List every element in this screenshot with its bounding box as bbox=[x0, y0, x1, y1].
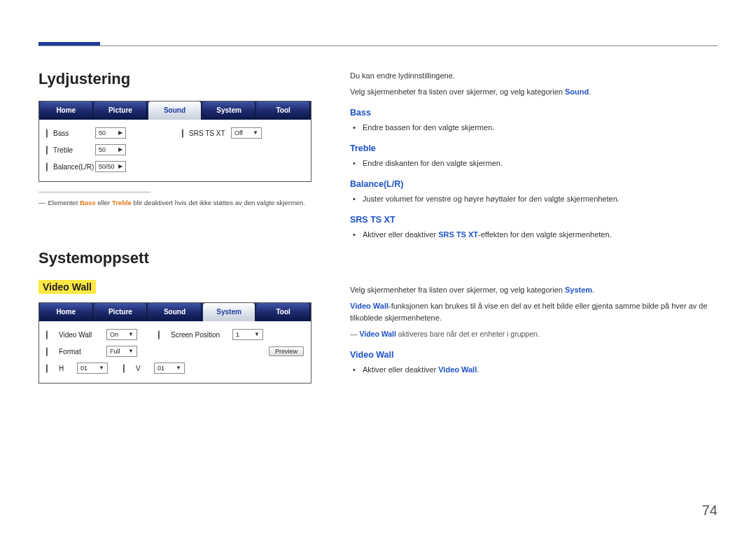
srs-row: ▎ SRS TS XT Off▼ bbox=[182, 125, 304, 141]
tab-system[interactable]: System bbox=[203, 303, 256, 321]
footnote-rule bbox=[38, 192, 150, 192]
bass-stepper[interactable]: 50▶ bbox=[95, 127, 126, 139]
footnote-treble: Treble bbox=[112, 199, 132, 206]
page-number: 74 bbox=[702, 503, 718, 519]
screenpos-dropdown[interactable]: 1▼ bbox=[232, 329, 263, 340]
chevron-down-icon: ▼ bbox=[128, 330, 134, 339]
system-settings-panel: Home Picture Sound System Tool ▎ Video W… bbox=[38, 302, 312, 384]
system-tabs: Home Picture Sound System Tool bbox=[39, 303, 311, 321]
row-pipe-icon: ▎ bbox=[46, 163, 52, 171]
videowall-row: ▎ Video Wall On▼ ▎ Screen Position 1▼ bbox=[46, 327, 304, 342]
v-value: 01 bbox=[158, 363, 164, 373]
h-dropdown[interactable]: 01▼ bbox=[77, 363, 108, 374]
left-column: Lydjustering Home Picture Sound System T… bbox=[38, 70, 312, 393]
sound-settings-panel: Home Picture Sound System Tool ▎ Bass 50… bbox=[38, 101, 312, 182]
treble-heading: Treble bbox=[350, 143, 718, 153]
treble-row: ▎ Treble 50▶ bbox=[46, 142, 168, 157]
system-body: ▎ Video Wall On▼ ▎ Screen Position 1▼ ▎ … bbox=[39, 321, 311, 383]
system-section-title: Systemoppsett bbox=[38, 249, 312, 267]
treble-item: Endre diskanten for den valgte skjermen. bbox=[363, 157, 718, 169]
treble-value: 50 bbox=[99, 145, 106, 155]
bass-list: Endre bassen for den valgte skjermen. bbox=[350, 122, 718, 134]
tab-system[interactable]: System bbox=[203, 101, 256, 120]
videowall-keyword: Video Wall bbox=[359, 330, 396, 338]
videowall-sub-heading: Video Wall bbox=[350, 350, 718, 360]
system-intro: Velg skjermenheter fra listen over skjer… bbox=[350, 284, 718, 296]
tab-tool[interactable]: Tool bbox=[257, 303, 310, 321]
videowall-dropdown[interactable]: On▼ bbox=[106, 329, 137, 340]
chevron-down-icon: ▼ bbox=[254, 330, 260, 339]
videowall-note: ― Video Wall aktiveres bare når det er e… bbox=[350, 328, 718, 339]
header-accent-bar bbox=[38, 35, 100, 45]
chevron-down-icon: ▼ bbox=[176, 363, 181, 373]
srs-keyword: SRS TS XT bbox=[438, 230, 478, 239]
tab-home[interactable]: Home bbox=[40, 101, 93, 120]
balance-value: 50/50 bbox=[99, 162, 115, 171]
row-pipe-icon: ▎ bbox=[46, 129, 52, 137]
format-value: Full bbox=[110, 346, 120, 356]
tab-tool[interactable]: Tool bbox=[257, 101, 310, 120]
treble-label: Treble bbox=[53, 146, 95, 154]
chevron-down-icon: ▼ bbox=[99, 363, 104, 373]
videowall-sub-list: Aktiver eller deaktiver Video Wall. bbox=[350, 364, 718, 376]
balance-heading: Balance(L/R) bbox=[350, 179, 718, 189]
videowall-sub-item: Aktiver eller deaktiver Video Wall. bbox=[363, 364, 718, 376]
balance-item: Juster volumet for venstre og høyre høyt… bbox=[363, 193, 718, 205]
bass-item: Endre bassen for den valgte skjermen. bbox=[363, 122, 718, 134]
sound-body: ▎ Bass 50▶ ▎ Treble 50▶ ▎ Balance(L/R) bbox=[39, 120, 311, 181]
chevron-down-icon: ▼ bbox=[128, 346, 134, 356]
bass-row: ▎ Bass 50▶ bbox=[46, 125, 168, 141]
balance-row: ▎ Balance(L/R) 50/50▶ bbox=[46, 159, 168, 174]
srs-item: Aktiver eller deaktiver SRS TS XT-effekt… bbox=[363, 229, 718, 241]
h-value: 01 bbox=[80, 363, 88, 373]
tab-sound[interactable]: Sound bbox=[148, 101, 202, 120]
v-label: V bbox=[136, 365, 148, 372]
srs-dropdown[interactable]: Off▼ bbox=[231, 127, 262, 139]
preview-button[interactable]: Preview bbox=[269, 346, 304, 356]
footnote-bass: Bass bbox=[80, 199, 96, 206]
row-pipe-icon: ▎ bbox=[123, 365, 129, 372]
videowall-subheading: Video Wall bbox=[38, 280, 96, 294]
bass-heading: Bass bbox=[350, 108, 718, 118]
system-keyword: System bbox=[565, 286, 592, 294]
treble-stepper[interactable]: 50▶ bbox=[95, 144, 126, 155]
balance-stepper[interactable]: 50/50▶ bbox=[95, 161, 126, 172]
tab-sound[interactable]: Sound bbox=[148, 303, 202, 321]
sound-col-left: ▎ Bass 50▶ ▎ Treble 50▶ ▎ Balance(L/R) bbox=[46, 125, 168, 176]
sound-col-right: ▎ SRS TS XT Off▼ bbox=[182, 125, 304, 176]
srs-heading: SRS TS XT bbox=[350, 215, 718, 225]
tab-picture[interactable]: Picture bbox=[94, 303, 148, 321]
stepper-right-icon: ▶ bbox=[118, 128, 122, 138]
h-label: H bbox=[59, 365, 71, 372]
header-rule bbox=[38, 45, 718, 46]
balance-label: Balance(L/R) bbox=[53, 163, 95, 171]
videowall-keyword: Video Wall bbox=[350, 302, 388, 310]
sound-section-title: Lydjustering bbox=[38, 70, 312, 88]
row-pipe-icon: ▎ bbox=[46, 365, 52, 372]
videowall-label: Video Wall bbox=[59, 331, 101, 339]
row-pipe-icon: ▎ bbox=[158, 331, 164, 339]
row-pipe-icon: ▎ bbox=[46, 146, 52, 154]
sound-intro-1: Du kan endre lydinnstillingene. bbox=[350, 70, 718, 82]
hv-row: ▎ H 01▼ ▎ V 01▼ bbox=[46, 360, 304, 376]
screenpos-value: 1 bbox=[236, 330, 239, 339]
tab-picture[interactable]: Picture bbox=[94, 101, 148, 120]
row-pipe-icon: ▎ bbox=[46, 348, 52, 356]
srs-label: SRS TS XT bbox=[189, 129, 231, 137]
footnote-dash-icon: ― bbox=[38, 199, 46, 206]
sound-intro-2: Velg skjermenheter fra listen over skjer… bbox=[350, 86, 718, 98]
v-dropdown[interactable]: 01▼ bbox=[154, 363, 185, 374]
format-row: ▎ Format Full▼ Preview bbox=[46, 344, 304, 359]
videowall-value: On bbox=[110, 330, 118, 339]
bass-value: 50 bbox=[99, 128, 106, 138]
srs-list: Aktiver eller deaktiver SRS TS XT-effekt… bbox=[350, 229, 718, 241]
bass-label: Bass bbox=[53, 129, 95, 137]
row-pipe-icon: ▎ bbox=[182, 129, 188, 137]
tab-home[interactable]: Home bbox=[40, 303, 93, 321]
sound-footnote: ―Elementet Bass eller Treble blir deakti… bbox=[38, 198, 312, 207]
format-dropdown[interactable]: Full▼ bbox=[106, 346, 137, 357]
sound-keyword: Sound bbox=[565, 87, 589, 96]
sound-tabs: Home Picture Sound System Tool bbox=[39, 101, 311, 120]
videowall-paragraph: Video Wall-funksjonen kan brukes til å v… bbox=[350, 300, 718, 324]
screenpos-label: Screen Position bbox=[171, 331, 227, 339]
